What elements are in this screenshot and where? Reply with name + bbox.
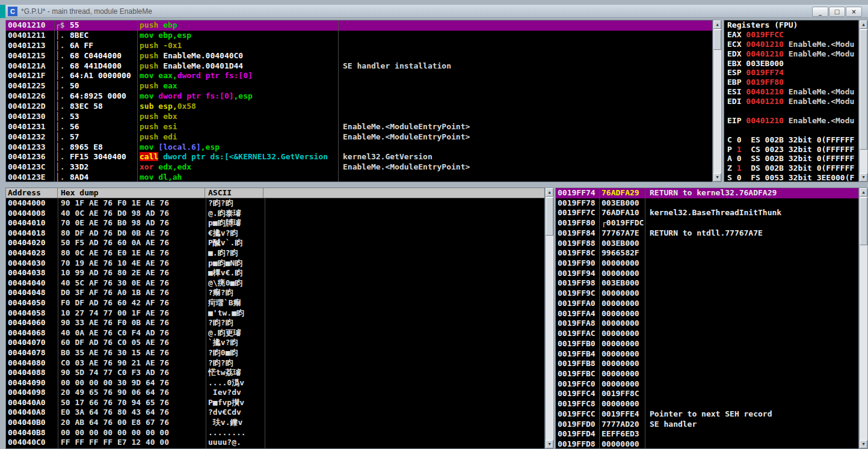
stack-row[interactable]: 0019FF88003EB000 (556, 239, 858, 249)
stack-row[interactable]: 0019FFB400000000 (556, 349, 858, 359)
dump-row[interactable]: 00404048D0 3F AF 76 A0 1B AE 76?痸?盷 (6, 288, 544, 298)
register-line[interactable]: P 1 CS 0023 32bit 0(FFFFFF (724, 145, 858, 154)
scroll-down-icon[interactable]: ▼ (713, 173, 721, 182)
dump-row[interactable]: 00404078B0 35 AE 76 30 15 AE 76?盷0■盷 (6, 348, 544, 358)
registers-scrollbar[interactable]: ▲ ▼ (859, 20, 868, 182)
dump-row[interactable]: 004040B800 00 00 00 00 00 00 00........ (6, 428, 544, 438)
stack-row[interactable]: 0019FFAC00000000 (556, 329, 858, 339)
register-line[interactable]: EAX 0019FFCC (724, 30, 858, 40)
disasm-row[interactable]: 00401232│.57push ediEnableMe.<ModuleEntr… (6, 132, 712, 142)
stack-row[interactable]: 0019FFC40019FF8C (556, 389, 858, 399)
disasm-row[interactable]: 00401213│.6A FFpush -0x1 (6, 41, 712, 51)
register-line[interactable] (724, 126, 858, 135)
disasm-row[interactable]: 00401231│.56push esiEnableMe.<ModuleEntr… (6, 122, 712, 132)
maximize-button[interactable]: □ (829, 7, 845, 17)
register-line[interactable]: C 0 ES 002B 32bit 0(FFFFFF (724, 135, 858, 145)
dump-row[interactable]: 0040408890 5D 74 77 C0 F3 AD 76恾tw荔璿 (6, 368, 544, 378)
disasm-row[interactable]: 00401236│.FF15 3040400call dword ptr ds:… (6, 152, 712, 162)
scrollbar-thumb[interactable] (713, 29, 721, 50)
disassembly-scrollbar[interactable]: ▲ ▼ (713, 20, 722, 182)
register-line[interactable]: S 0 FS 0053 32bit 3EE000(F (724, 173, 858, 182)
scroll-up-icon[interactable]: ▲ (860, 188, 867, 197)
dump-row[interactable]: 00404080C0 03 AE 76 90 21 AE 76?盷?盷 (6, 358, 544, 368)
stack-row[interactable]: 0019FFD800000000 (556, 439, 858, 449)
disasm-row[interactable]: 00401226│.64:8925 0000mov dword ptr fs:[… (6, 91, 712, 102)
dump-scrollbar[interactable]: ▲ ▼ (545, 188, 554, 449)
disasm-row[interactable]: 00401233│.8965 E8mov [local.6],esp (6, 142, 712, 153)
scrollbar-thumb[interactable] (860, 29, 867, 150)
stack-row[interactable]: 0019FFC800000000 (556, 399, 858, 409)
stack-row[interactable]: 0019FFB800000000 (556, 359, 858, 369)
dump-row[interactable]: 0040406090 33 AE 76 F0 0B AE 76?盷?盷 (6, 318, 544, 328)
dump-row[interactable]: 0040409820 49 65 76 90 06 64 76 Iev?dv (6, 388, 544, 398)
stack-row[interactable]: 0019FFB000000000 (556, 339, 858, 349)
disasm-row[interactable]: 0040122D│.83EC 58sub esp,0x58 (6, 102, 712, 112)
stack-row[interactable]: 0019FF7476ADFA29RETURN to kernel32.76ADF… (556, 188, 858, 198)
stack-row[interactable]: 0019FFD4EEFF6ED3 (556, 429, 858, 439)
disasm-row[interactable]: 00401210┌$55push ebp (6, 20, 712, 31)
disasm-row[interactable]: 0040121F│.64:A1 0000000mov eax,dword ptr… (6, 71, 712, 81)
register-line[interactable]: ESP 0019FF74 (724, 68, 858, 78)
dump-row[interactable]: 0040401880 DF AD 76 D0 0B AE 76€攭v?盷 (6, 228, 544, 239)
disasm-row[interactable]: 00401230│.53push ebx (6, 112, 712, 122)
register-line[interactable] (724, 106, 858, 116)
register-line[interactable]: Z 1 DS 002B 32bit 0(FFFFFF (724, 163, 858, 173)
dump-row[interactable]: 004040C0FF FF FF FF E7 12 40 00uuuu?@. (6, 438, 544, 448)
disasm-row[interactable]: 0040121A│.68 441D4000push EnableMe.00401… (6, 61, 712, 72)
dump-row[interactable]: 00404050F0 DF AD 76 60 42 AF 76疴璢`B痸 (6, 298, 544, 308)
stack-row[interactable]: 0019FF8C9966582F (556, 248, 858, 258)
stack-row[interactable]: 0019FFA000000000 (556, 299, 858, 309)
disasm-row[interactable]: 00401225│.50push eax (6, 81, 712, 91)
stack-row[interactable]: 0019FFA800000000 (556, 319, 858, 329)
dump-row[interactable]: 0040403810 99 AD 76 80 2E AE 76■橝v€.盷 (6, 268, 544, 278)
dump-row[interactable]: 004040B020 AB 64 76 00 E8 67 76 玞v.鑗v (6, 418, 544, 428)
stack-row[interactable]: 0019FF9400000000 (556, 269, 858, 279)
dump-row[interactable]: 0040407060 DF AD 76 C0 05 AE 76`攭v?盷 (6, 338, 544, 348)
stack-row[interactable]: 0019FFCC0019FFE4Pointer to next SEH reco… (556, 409, 858, 420)
dump-row[interactable]: 0040402050 F5 AD 76 60 0A AE 76P醎v`.盷 (6, 238, 544, 248)
scrollbar-thumb[interactable] (546, 197, 553, 236)
register-line[interactable]: EDX 00401210 EnableMe.<Modu (724, 49, 858, 59)
scrollbar-thumb[interactable] (860, 197, 867, 245)
scroll-down-icon[interactable]: ▼ (860, 440, 867, 448)
register-line[interactable]: A 0 SS 002B 32bit 0(FFFFFF (724, 154, 858, 163)
dump-row[interactable]: 0040402880 0C AE 76 E0 1E AE 76■.盷?盷 (6, 248, 544, 258)
dump-row[interactable]: 004040A050 17 66 76 70 94 65 76P■fvp攅v (6, 398, 544, 408)
stack-row[interactable]: 0019FFA400000000 (556, 309, 858, 319)
dump-row[interactable]: 0040400090 1F AE 76 F0 1E AE 76?盷?盷 (6, 198, 544, 209)
register-line[interactable]: EBP 0019FF80 (724, 78, 858, 87)
dump-row[interactable]: 004040A8E0 3A 64 76 80 43 64 76?dv€Cdv (6, 408, 544, 418)
stack-row[interactable]: 0019FFD07777AD20SE handler (556, 420, 858, 430)
dump-row[interactable]: 0040406840 0A AE 76 C0 F4 AD 76@.盷更璿 (6, 328, 544, 338)
stack-row[interactable]: 0019FFC000000000 (556, 379, 858, 389)
disasm-row[interactable]: 00401215│.68 C0404000push EnableMe.00404… (6, 51, 712, 61)
dump-row[interactable]: 0040404040 5C AF 76 30 0E AE 76@\痜0■盷 (6, 278, 544, 289)
register-line[interactable]: EIP 00401210 EnableMe.<Modu (724, 116, 858, 126)
stack-row[interactable]: 0019FF80┌0019FFDC (556, 218, 858, 228)
stack-scrollbar[interactable]: ▲ ▼ (859, 188, 868, 449)
stack-row[interactable]: 0019FF98003EB000 (556, 278, 858, 289)
register-line[interactable]: EBX 003EB000 (724, 59, 858, 69)
minimize-button[interactable]: _ (812, 7, 828, 17)
close-button[interactable]: × (846, 7, 862, 17)
title-bar[interactable]: C *G.P.U* - main thread, module EnableMe… (5, 5, 868, 18)
disasm-row[interactable]: 0040123E│.8AD4mov dl,ah (6, 173, 712, 182)
scroll-up-icon[interactable]: ▲ (546, 188, 553, 197)
dump-row[interactable]: 0040409000 00 00 00 30 9D 64 76....0潙v (6, 378, 544, 388)
stack-row[interactable]: 0019FF7C76ADFA10kernel32.BaseThreadInitT… (556, 208, 858, 218)
dump-row[interactable]: 0040405810 27 74 77 00 1F AE 76■'tw.■盷 (6, 308, 544, 319)
dump-row[interactable]: 0040400840 0C AE 76 D0 98 AD 76@.盷泰璿 (6, 209, 544, 219)
register-line[interactable]: EDI 00401210 EnableMe.<Modu (724, 97, 858, 106)
stack-row[interactable]: 0019FFBC00000000 (556, 369, 858, 379)
stack-row[interactable]: 0019FF78003EB000 (556, 198, 858, 209)
dump-row[interactable]: 0040403070 19 AE 76 10 4E AE 76p■盷■N盷 (6, 258, 544, 269)
stack-row[interactable]: 0019FF9C00000000 (556, 289, 858, 299)
scroll-down-icon[interactable]: ▼ (546, 440, 553, 448)
register-line[interactable]: ESI 00401210 EnableMe.<Modu (724, 87, 858, 97)
register-line[interactable]: ECX 00401210 EnableMe.<Modu (724, 40, 858, 49)
stack-row[interactable]: 0019FF9000000000 (556, 258, 858, 269)
stack-row[interactable]: 0019FF8477767A7ERETURN to ntdll.77767A7E (556, 228, 858, 239)
scroll-up-icon[interactable]: ▲ (860, 20, 867, 29)
disasm-row[interactable]: 00401211│.8BECmov ebp,esp (6, 31, 712, 41)
scroll-down-icon[interactable]: ▼ (860, 173, 867, 182)
